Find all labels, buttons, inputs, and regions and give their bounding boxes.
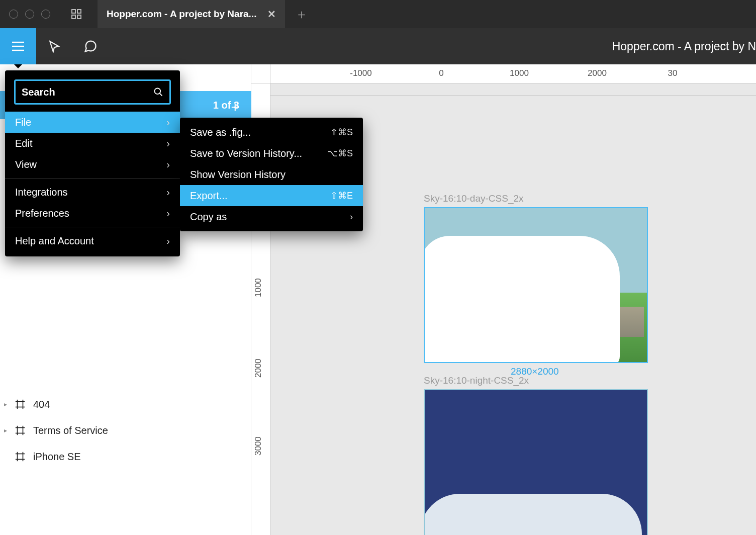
main-menu-button[interactable]: [0, 28, 36, 64]
svg-line-20: [160, 94, 162, 96]
menu-shortcut: ⌥⌘S: [327, 148, 353, 159]
chevron-right-icon: ›: [166, 117, 170, 128]
chevron-right-icon: ›: [166, 138, 170, 149]
menu-separator: [5, 178, 180, 179]
ruler-corner: [251, 64, 270, 83]
menu-item-label: View: [15, 159, 37, 170]
menu-item-edit[interactable]: Edit ›: [5, 133, 180, 154]
chevron-right-icon: ›: [166, 159, 170, 170]
layer-row[interactable]: ▸ 404: [0, 391, 251, 417]
svg-rect-3: [77, 15, 81, 19]
frame-icon: [14, 398, 26, 410]
layer-row[interactable]: ▸ Terms of Service: [0, 417, 251, 443]
ruler-horizontal: -1000 0 1000 2000 30: [270, 64, 756, 83]
menu-shortcut: ⇧⌘E: [330, 190, 353, 201]
close-window-dot[interactable]: [9, 10, 18, 19]
zoom-window-dot[interactable]: [41, 10, 50, 19]
app-toolbar: Hopper.com - A project by N: [0, 28, 756, 64]
menu-item-label: File: [15, 117, 31, 128]
frame-label[interactable]: Sky-16:10-day-CSS_2x: [424, 193, 524, 204]
document-title: Hopper.com - A project by N: [612, 28, 756, 64]
chevron-right-icon: ›: [166, 208, 170, 219]
menu-item-label: Preferences: [15, 208, 69, 219]
frame-sky-day[interactable]: [424, 207, 648, 363]
chevron-right-icon: ›: [166, 235, 170, 247]
menu-item-view[interactable]: View ›: [5, 154, 180, 175]
menu-search-field[interactable]: [14, 79, 171, 105]
expand-chevron-icon[interactable]: ▸: [4, 427, 11, 434]
menu-item-label: Edit: [15, 138, 32, 149]
layers-list: ▸ 404 ▸ Terms of Service ▸: [0, 391, 251, 470]
menu-item-copy-as[interactable]: Copy as ›: [180, 206, 363, 227]
comment-tool-button[interactable]: [72, 28, 109, 64]
menu-item-save-version-history[interactable]: Save to Version History... ⌥⌘S: [180, 143, 363, 164]
menu-item-save-as-fig[interactable]: Save as .fig... ⇧⌘S: [180, 122, 363, 143]
page-counter: 1 of 3: [213, 100, 239, 111]
layer-name: 404: [33, 399, 50, 410]
frame-icon: [14, 424, 26, 436]
menu-item-label: Help and Account: [15, 235, 94, 247]
ruler-tick: 1000: [510, 68, 529, 78]
menu-item-label: Show Version History: [190, 169, 286, 181]
app-switcher-icon[interactable]: [70, 8, 82, 20]
frame-icon: [14, 451, 26, 463]
ruler-tick: 3000: [253, 436, 263, 456]
cloud-shape: [424, 494, 642, 535]
menu-item-export[interactable]: Export... ⇧⌘E: [180, 185, 363, 206]
chevron-right-icon: ›: [350, 212, 353, 222]
svg-rect-1: [77, 10, 81, 13]
menu-item-label: Export...: [190, 190, 227, 202]
main-menu-dropdown: File › Edit › View › Integrations › Pref…: [5, 70, 180, 256]
file-submenu: Save as .fig... ⇧⌘S Save to Version Hist…: [180, 118, 363, 231]
ruler-tick: 2000: [253, 359, 263, 378]
menu-item-help[interactable]: Help and Account ›: [5, 230, 180, 251]
menu-item-show-version-history[interactable]: Show Version History: [180, 164, 363, 185]
window-controls: [9, 10, 50, 19]
layer-name: Terms of Service: [33, 425, 108, 436]
menu-search-input[interactable]: [22, 86, 153, 98]
menu-item-file[interactable]: File ›: [5, 112, 180, 133]
browser-tab[interactable]: Hopper.com - A project by Nara... ✕: [98, 0, 285, 28]
ruler-tick: 0: [439, 68, 443, 78]
frame-sky-night[interactable]: [424, 389, 648, 535]
ruler-tick: 30: [668, 68, 678, 78]
menu-item-label: Save as .fig...: [190, 127, 251, 138]
menu-item-label: Copy as: [190, 211, 227, 223]
expand-chevron-icon[interactable]: ▸: [4, 401, 11, 408]
menu-item-preferences[interactable]: Preferences ›: [5, 203, 180, 224]
menu-item-integrations[interactable]: Integrations ›: [5, 182, 180, 203]
tab-title: Hopper.com - A project by Nara...: [107, 9, 256, 20]
search-icon: [153, 87, 163, 97]
ruler-tick: -1000: [350, 68, 371, 78]
menu-item-label: Save to Version History...: [190, 148, 302, 159]
ruler-tick: 2000: [588, 68, 607, 78]
menu-item-label: Integrations: [15, 187, 68, 198]
new-tab-button[interactable]: ＋: [295, 6, 308, 23]
layer-row[interactable]: ▸ iPhone SE: [0, 443, 251, 470]
svg-rect-2: [72, 15, 75, 19]
layer-name: iPhone SE: [33, 451, 81, 463]
move-tool-button[interactable]: [36, 28, 72, 64]
cloud-shape: [435, 256, 568, 363]
svg-point-19: [155, 88, 161, 95]
ruler-tick: 1000: [253, 278, 263, 297]
menu-shortcut: ⇧⌘S: [330, 127, 353, 138]
frame-label[interactable]: Sky-16:10-night-CSS_2x: [424, 375, 529, 386]
menu-separator: [5, 227, 180, 227]
window-titlebar: Hopper.com - A project by Nara... ✕ ＋: [0, 0, 756, 28]
svg-rect-0: [72, 10, 75, 13]
chevron-right-icon: ›: [166, 187, 170, 198]
minimize-window-dot[interactable]: [25, 10, 34, 19]
close-tab-icon[interactable]: ✕: [267, 8, 276, 20]
